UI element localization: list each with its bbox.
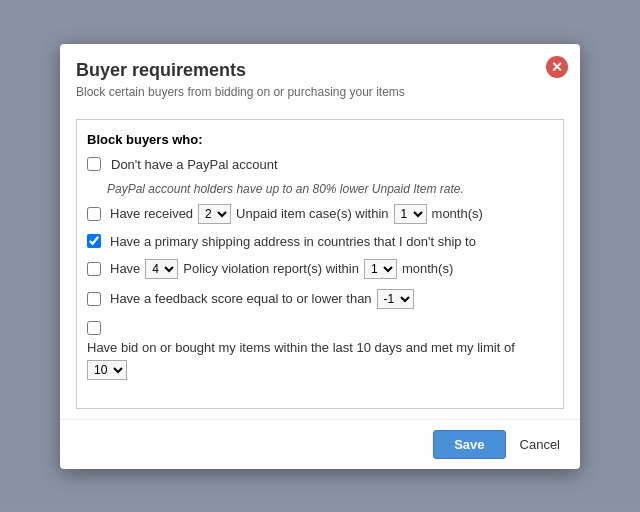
row-bid-bought: Have bid on or bought my items within th… (87, 319, 553, 380)
label-have-received-post: month(s) (432, 206, 483, 221)
select-policy-count[interactable]: 4 (145, 259, 178, 279)
checkbox-have-received[interactable] (87, 207, 101, 221)
checkbox-policy-violation[interactable] (87, 262, 101, 276)
scrollable-content[interactable]: Block buyers who: Don't have a PayPal ac… (76, 119, 564, 409)
select-unpaid-count[interactable]: 2 (198, 204, 231, 224)
paypal-note: PayPal account holders have up to an 80%… (107, 182, 553, 196)
block-title: Block buyers who: (87, 132, 553, 147)
dialog-header: Buyer requirements Block certain buyers … (60, 44, 580, 109)
label-policy-mid: Policy violation report(s) within (183, 261, 359, 276)
select-bid-bought-limit[interactable]: 10 (87, 360, 127, 380)
row-have-received: Have received 2 Unpaid item case(s) with… (87, 204, 553, 224)
dialog-footer: Save Cancel (60, 419, 580, 469)
checkbox-no-paypal[interactable] (87, 157, 101, 171)
label-policy-post: month(s) (402, 261, 453, 276)
dialog-subtitle: Block certain buyers from bidding on or … (76, 85, 540, 99)
label-have-received-mid: Unpaid item case(s) within (236, 206, 388, 221)
dialog-body: Block buyers who: Don't have a PayPal ac… (60, 109, 580, 419)
label-policy-pre: Have (110, 261, 140, 276)
checkbox-feedback-score[interactable] (87, 292, 101, 306)
checkbox-primary-shipping[interactable] (87, 234, 101, 248)
cancel-button[interactable]: Cancel (516, 431, 564, 458)
label-primary-shipping: Have a primary shipping address in count… (110, 234, 476, 249)
select-feedback-value[interactable]: -1 (377, 289, 414, 309)
close-button[interactable]: ✕ (546, 56, 568, 78)
buyer-requirements-dialog: Buyer requirements Block certain buyers … (60, 44, 580, 469)
label-feedback-pre: Have a feedback score equal to or lower … (110, 291, 372, 306)
save-button[interactable]: Save (433, 430, 505, 459)
row-no-paypal: Don't have a PayPal account (87, 157, 553, 172)
row-primary-shipping: Have a primary shipping address in count… (87, 234, 553, 249)
select-policy-months[interactable]: 1 (364, 259, 397, 279)
label-have-received-pre: Have received (110, 206, 193, 221)
checkbox-bid-bought[interactable] (87, 321, 101, 335)
row-feedback-score: Have a feedback score equal to or lower … (87, 289, 553, 309)
row-policy-violation: Have 4 Policy violation report(s) within… (87, 259, 553, 279)
select-unpaid-months[interactable]: 1 (394, 204, 427, 224)
label-no-paypal: Don't have a PayPal account (111, 157, 278, 172)
dialog-title: Buyer requirements (76, 60, 540, 81)
label-bid-bought-pre: Have bid on or bought my items within th… (87, 340, 515, 355)
